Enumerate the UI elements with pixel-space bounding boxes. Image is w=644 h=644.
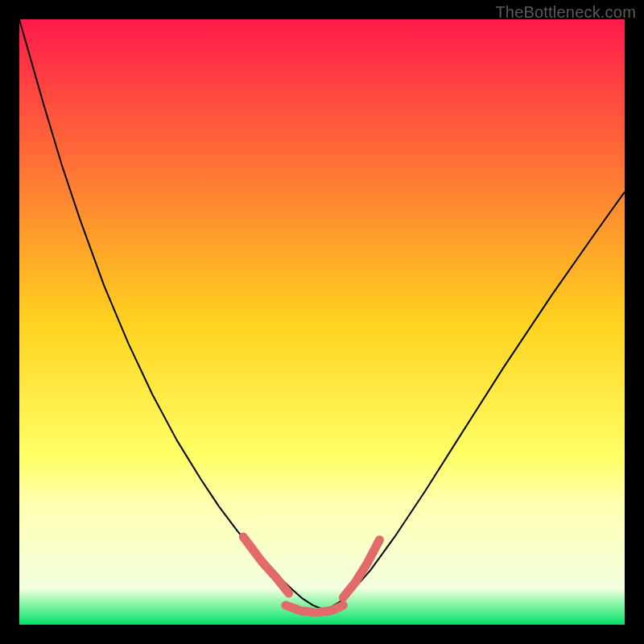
chart-stage: TheBottleneck.com	[0, 0, 644, 644]
watermark-text: TheBottleneck.com	[495, 3, 636, 22]
bottleneck-chart	[0, 0, 644, 644]
